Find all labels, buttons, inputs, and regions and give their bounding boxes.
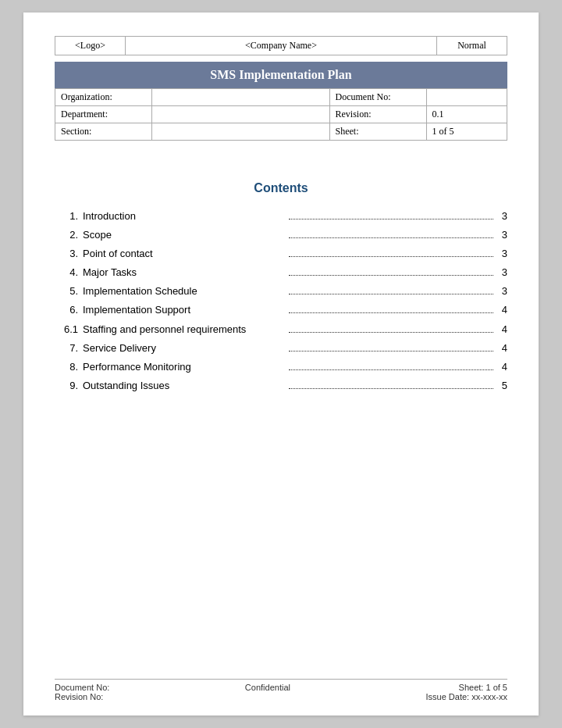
footer-right: Sheet: 1 of 5 Issue Date: xx-xxx-xx xyxy=(425,683,507,701)
footer-center: Confidential xyxy=(245,683,290,701)
document-no-label: Document No: xyxy=(329,89,426,106)
department-value xyxy=(152,106,329,123)
toc-label: Performance Monitoring xyxy=(83,359,287,376)
footer-issue-date: Issue Date: xx-xxx-xx xyxy=(425,692,507,701)
toc-number: 7. xyxy=(55,340,83,357)
toc-page: 5 xyxy=(495,377,507,394)
toc-number: 9. xyxy=(55,377,83,394)
toc-dots xyxy=(289,209,493,219)
sheet-label: Sheet: xyxy=(329,123,426,141)
toc-item: 3.Point of contact 3 xyxy=(55,245,507,262)
department-label: Department: xyxy=(55,106,152,123)
toc-page: 4 xyxy=(495,359,507,376)
toc-dots xyxy=(289,323,493,333)
footer-revision-label: Revision No: xyxy=(55,692,109,701)
toc-item: 2.Scope 3 xyxy=(55,227,507,244)
toc-dots xyxy=(289,379,493,389)
footer-sheet: Sheet: 1 of 5 xyxy=(459,683,507,692)
toc-item: 4.Major Tasks3 xyxy=(55,264,507,281)
toc-label: Service Delivery xyxy=(83,340,287,357)
toc-number: 1. xyxy=(55,208,83,225)
toc-label: Staffing and personnel requirements xyxy=(83,321,287,338)
company-name-cell: <Company Name> xyxy=(126,37,437,55)
contents-title: Contents xyxy=(55,181,507,195)
toc-page: 4 xyxy=(495,340,507,357)
footer-doc-no-label: Document No: xyxy=(55,683,109,692)
table-of-contents: 1.Introduction32.Scope 33.Point of conta… xyxy=(55,208,507,396)
toc-dots xyxy=(289,247,493,257)
toc-dots xyxy=(289,341,493,352)
toc-number: 5. xyxy=(55,283,83,300)
status-cell: Normal xyxy=(437,37,507,55)
toc-page: 3 xyxy=(495,264,507,281)
organization-value xyxy=(152,89,329,106)
toc-dots xyxy=(289,284,493,294)
toc-label: Implementation Support xyxy=(83,302,287,319)
toc-page: 3 xyxy=(495,208,507,225)
toc-item: 6.Implementation Support 4 xyxy=(55,302,507,319)
header-table: <Logo> <Company Name> Normal xyxy=(55,36,507,55)
document-title: SMS Implementation Plan xyxy=(55,62,507,88)
document-no-value xyxy=(426,89,507,106)
toc-label: Outstanding Issues xyxy=(83,377,287,394)
revision-label: Revision: xyxy=(329,106,426,123)
toc-dots xyxy=(289,360,493,370)
toc-label: Introduction xyxy=(83,208,287,225)
toc-label: Major Tasks xyxy=(83,264,287,281)
toc-number: 6.1 xyxy=(55,321,83,338)
footer-left: Document No: Revision No: xyxy=(55,683,109,701)
revision-value: 0.1 xyxy=(426,106,507,123)
toc-dots xyxy=(289,266,493,276)
toc-item: 6.1Staffing and personnel requirements4 xyxy=(55,321,507,338)
footer-confidential: Confidential xyxy=(245,683,290,692)
toc-number: 6. xyxy=(55,302,83,319)
toc-dots xyxy=(289,303,493,313)
toc-label: Scope xyxy=(83,227,287,244)
document-page: <Logo> <Company Name> Normal SMS Impleme… xyxy=(23,12,539,716)
info-table: Organization: Document No: Department: R… xyxy=(55,88,507,141)
toc-number: 2. xyxy=(55,227,83,244)
toc-label: Point of contact xyxy=(83,245,287,262)
sheet-value: 1 of 5 xyxy=(426,123,507,141)
toc-page: 4 xyxy=(495,302,507,319)
page-footer: Document No: Revision No: Confidential S… xyxy=(55,679,507,701)
toc-page: 3 xyxy=(495,245,507,262)
toc-number: 8. xyxy=(55,359,83,376)
toc-dots xyxy=(289,228,493,238)
section-label: Section: xyxy=(55,123,152,141)
toc-item: 1.Introduction3 xyxy=(55,208,507,225)
toc-page: 4 xyxy=(495,321,507,338)
toc-number: 4. xyxy=(55,264,83,281)
toc-item: 9.Outstanding Issues5 xyxy=(55,377,507,394)
toc-number: 3. xyxy=(55,245,83,262)
toc-label: Implementation Schedule xyxy=(83,283,287,300)
logo-cell: <Logo> xyxy=(55,37,126,55)
toc-item: 7.Service Delivery 4 xyxy=(55,340,507,357)
toc-item: 5.Implementation Schedule 3 xyxy=(55,283,507,300)
section-value xyxy=(152,123,329,141)
organization-label: Organization: xyxy=(55,89,152,106)
toc-page: 3 xyxy=(495,227,507,244)
toc-item: 8.Performance Monitoring 4 xyxy=(55,359,507,376)
toc-page: 3 xyxy=(495,283,507,300)
